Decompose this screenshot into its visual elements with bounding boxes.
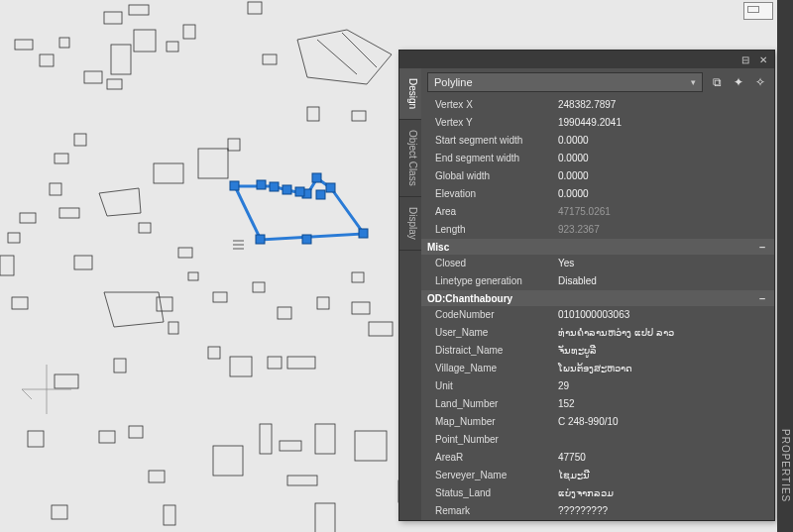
properties-dock-label: PROPERTIES (780, 429, 791, 502)
svg-rect-3 (104, 12, 122, 24)
svg-rect-13 (74, 134, 86, 146)
svg-rect-46 (52, 505, 67, 519)
svg-rect-23 (12, 297, 28, 309)
prop-row: Unit29 (421, 377, 774, 395)
svg-rect-4 (129, 5, 149, 15)
prop-value[interactable] (554, 432, 774, 448)
prop-row: Serveyer_Nameໄຊມະນີ (421, 467, 774, 484)
svg-rect-72 (326, 183, 335, 192)
svg-rect-2 (59, 38, 69, 48)
tab-design[interactable]: Design (399, 68, 421, 120)
prop-value[interactable]: ????????? (554, 503, 774, 519)
prop-row: CodeNumber0101000003063 (421, 306, 774, 324)
prop-value[interactable]: C 248-990/10 (554, 414, 774, 430)
svg-rect-52 (307, 107, 319, 121)
pin-icon[interactable]: ⊟ (738, 53, 752, 66)
svg-rect-19 (74, 256, 92, 269)
svg-rect-5 (134, 30, 156, 52)
prop-value[interactable]: 29 (554, 378, 774, 394)
object-type-selector[interactable]: Polyline ▾ (427, 72, 703, 92)
prop-row: End segment width0.0000 (421, 150, 774, 167)
svg-rect-44 (315, 503, 335, 532)
prop-value[interactable]: ທ່ານຄຳລານຫວ່າງ ແປປ ລາວ (554, 325, 774, 341)
svg-rect-31 (114, 359, 126, 372)
svg-rect-33 (164, 505, 175, 525)
svg-line-66 (22, 389, 32, 399)
prop-row: Map_NumberC 248-990/10 (421, 413, 774, 431)
selected-polyline[interactable] (230, 173, 368, 244)
svg-rect-6 (111, 45, 131, 74)
svg-rect-53 (352, 111, 366, 121)
prop-value[interactable]: Disabled (554, 273, 774, 289)
svg-rect-11 (154, 163, 183, 183)
svg-rect-18 (139, 223, 151, 233)
svg-rect-57 (352, 302, 370, 314)
svg-marker-24 (104, 292, 164, 327)
prop-row: AreaR47750 (421, 449, 774, 467)
object-type-label: Polyline (434, 76, 473, 88)
prop-value[interactable]: ຈັນທະບູລີ (554, 343, 774, 359)
add-selection-icon[interactable]: ✦ (731, 74, 746, 90)
prop-row: Vertex Y1990449.2041 (421, 114, 774, 132)
prop-value[interactable]: 47750 (554, 450, 774, 466)
svg-rect-40 (280, 441, 301, 451)
side-tabs: Design Object Class Display (399, 68, 421, 520)
prop-value[interactable]: ໂພນຕ້ອງສະຫວາດ (554, 361, 774, 376)
svg-rect-68 (230, 181, 239, 190)
collapse-icon: – (756, 241, 768, 253)
prop-value[interactable]: Yes (554, 256, 774, 271)
svg-rect-56 (317, 297, 329, 309)
properties-dock-bar[interactable]: PROPERTIES (777, 0, 793, 532)
svg-rect-70 (302, 235, 311, 244)
prop-value[interactable]: 0101000003063 (554, 307, 774, 323)
svg-rect-76 (295, 187, 304, 196)
tab-display[interactable]: Display (399, 197, 421, 251)
svg-rect-0 (15, 40, 33, 50)
prop-value[interactable]: 0.0000 (554, 133, 774, 149)
prop-value[interactable]: 1990449.2041 (554, 115, 774, 131)
prop-value[interactable]: 0.0000 (554, 186, 774, 202)
tab-object-class[interactable]: Object Class (399, 120, 421, 197)
svg-rect-21 (8, 233, 20, 243)
properties-list: Vertex X248382.7897 Vertex Y1990449.2041… (421, 96, 774, 520)
svg-rect-15 (50, 183, 61, 195)
prop-value: 47175.0261 (554, 204, 774, 220)
collapse-icon: – (756, 292, 768, 304)
background-shapes (0, 2, 438, 532)
prop-value[interactable]: 0.0000 (554, 151, 774, 166)
svg-rect-36 (99, 431, 115, 443)
svg-rect-74 (312, 173, 321, 182)
svg-rect-8 (84, 71, 102, 83)
prop-value[interactable]: 0.0000 (554, 168, 774, 184)
prop-value[interactable]: ໄຊມະນີ (554, 468, 774, 483)
svg-rect-79 (257, 180, 266, 189)
prop-value[interactable]: 152 (554, 396, 774, 412)
svg-rect-63 (213, 292, 227, 302)
svg-rect-45 (287, 476, 317, 485)
prop-row: Point_Number (421, 431, 774, 449)
prop-value[interactable]: ແບ່ງຈາກລວມ (554, 485, 774, 501)
prop-row: Global width0.0000 (421, 167, 774, 185)
close-icon[interactable]: ✕ (756, 53, 770, 66)
prop-row: Vertex X248382.7897 (421, 96, 774, 114)
quick-calc-icon[interactable]: ✧ (752, 74, 768, 90)
svg-rect-26 (169, 322, 178, 334)
prop-row: Start segment width0.0000 (421, 132, 774, 150)
svg-rect-51 (263, 54, 277, 64)
svg-rect-32 (149, 471, 165, 482)
svg-rect-62 (188, 272, 198, 280)
svg-marker-47 (297, 30, 392, 84)
svg-rect-1 (40, 54, 54, 66)
svg-rect-10 (183, 25, 195, 39)
svg-rect-12 (198, 149, 228, 178)
hatch (233, 241, 244, 249)
panel-titlebar[interactable]: ⊟ ✕ (399, 51, 774, 68)
prop-row: Linetype generationDisabled (421, 272, 774, 290)
mini-toolbar[interactable] (743, 2, 773, 20)
crosshair-cursor (22, 365, 71, 414)
svg-rect-14 (55, 154, 68, 163)
section-header-misc[interactable]: Misc – (421, 239, 774, 255)
prop-value[interactable]: 248382.7897 (554, 97, 774, 113)
quick-select-icon[interactable]: ⧉ (709, 74, 725, 90)
section-header-od[interactable]: OD:Chanthaboury – (421, 290, 774, 306)
